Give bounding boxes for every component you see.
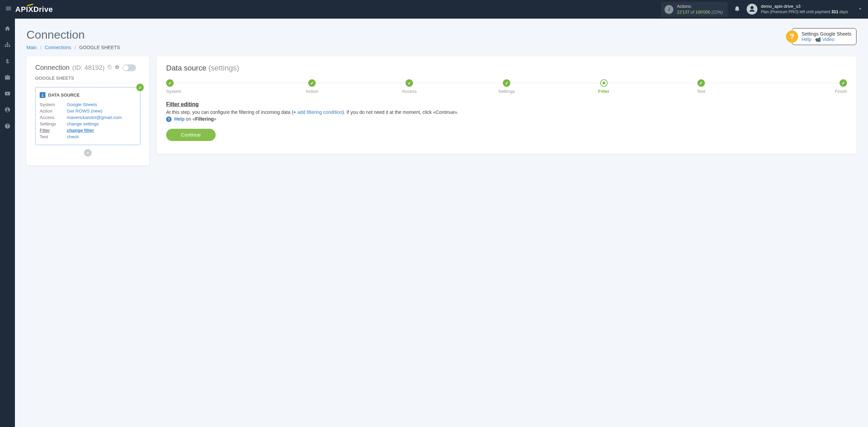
step-dot bbox=[600, 79, 608, 87]
help-question-icon: ? bbox=[786, 30, 798, 43]
step-settings[interactable]: ✓Settings bbox=[458, 79, 555, 94]
nav-account-icon[interactable] bbox=[2, 105, 13, 115]
data-source-row-label: Settings bbox=[40, 121, 67, 126]
settings-title-sub: (settings) bbox=[209, 64, 239, 72]
data-source-row-label: Action bbox=[40, 108, 67, 114]
data-source-row-value[interactable]: change settings bbox=[67, 121, 99, 126]
step-test[interactable]: ✓Test bbox=[652, 79, 750, 94]
data-source-row: Filterchange filter bbox=[40, 127, 136, 134]
nav-billing-icon[interactable] bbox=[2, 56, 13, 66]
top-bar: APIXDrive i Actions: 22'137 of 100'000 (… bbox=[0, 0, 868, 19]
section-filter-title: Filter editing bbox=[166, 101, 847, 107]
data-source-number: 1 bbox=[40, 92, 45, 98]
data-source-row: ActionGet ROWS (new) bbox=[40, 108, 136, 114]
page-title: Connection bbox=[26, 28, 120, 41]
step-dot: ✓ bbox=[308, 79, 316, 87]
logo-part-x: X bbox=[28, 5, 33, 14]
add-filter-condition-link[interactable]: + add filtering condition bbox=[293, 109, 342, 115]
data-source-box: ✓ 1 DATA SOURCE SystemGoogle SheetsActio… bbox=[35, 87, 140, 145]
actions-percent: (22%) bbox=[710, 10, 723, 15]
help-link[interactable]: Help bbox=[802, 37, 811, 42]
chevron-down-icon[interactable] bbox=[857, 6, 863, 13]
video-link[interactable]: 📹 Video bbox=[815, 37, 834, 42]
step-dot: ✓ bbox=[840, 79, 847, 87]
actions-counter[interactable]: i Actions: 22'137 of 100'000 (22%) bbox=[661, 2, 727, 17]
add-step-button[interactable]: + bbox=[84, 149, 92, 157]
data-source-row-value[interactable]: check bbox=[67, 134, 79, 139]
data-source-row: Settingschange settings bbox=[40, 121, 136, 127]
logo-part-api: API bbox=[15, 5, 28, 14]
left-nav-rail bbox=[0, 19, 15, 427]
breadcrumb: Main / Connections / GOOGLE SHEETS bbox=[26, 45, 120, 50]
copy-icon[interactable] bbox=[107, 65, 112, 70]
step-access[interactable]: ✓Access bbox=[361, 79, 458, 94]
data-source-row-value[interactable]: Google Sheets bbox=[67, 102, 97, 107]
data-source-row-value[interactable]: maverickandrii@gmail.com bbox=[67, 115, 122, 120]
breadcrumb-connections[interactable]: Connections bbox=[45, 45, 71, 50]
actions-total: 100'000 bbox=[695, 10, 710, 15]
main-content: Connection Main / Connections / GOOGLE S… bbox=[15, 19, 868, 427]
data-source-row-label: System bbox=[40, 102, 67, 107]
step-dot: ✓ bbox=[166, 79, 174, 87]
settings-title: Data source bbox=[166, 64, 206, 72]
data-source-row-label: Test bbox=[40, 134, 67, 139]
step-filter[interactable]: Filter bbox=[555, 79, 652, 94]
connection-toggle[interactable] bbox=[122, 64, 136, 71]
data-source-row-label: Filter bbox=[40, 128, 67, 133]
data-source-row: Testcheck bbox=[40, 134, 136, 140]
gear-icon[interactable] bbox=[115, 65, 120, 71]
notifications-icon[interactable] bbox=[734, 5, 741, 14]
data-source-row-value[interactable]: Get ROWS (new) bbox=[67, 108, 102, 114]
nav-briefcase-icon[interactable] bbox=[2, 72, 13, 82]
step-dot: ✓ bbox=[503, 79, 510, 87]
logo[interactable]: APIXDrive bbox=[15, 5, 53, 14]
stepper: ✓System✓Action✓Access✓SettingsFilter✓Tes… bbox=[166, 79, 847, 94]
connection-target: GOOGLE SHEETS bbox=[35, 72, 140, 83]
user-menu[interactable]: demo_apix-drive_s3 Plan |Premium PRO| le… bbox=[747, 4, 848, 15]
breadcrumb-current: GOOGLE SHEETS bbox=[79, 45, 120, 50]
nav-video-icon[interactable] bbox=[2, 88, 13, 99]
continue-button[interactable]: Continue bbox=[166, 129, 216, 141]
step-label: Filter bbox=[555, 89, 652, 94]
nav-help-icon[interactable] bbox=[2, 121, 13, 131]
step-dot: ✓ bbox=[697, 79, 705, 87]
step-system[interactable]: ✓System bbox=[166, 79, 263, 94]
data-source-row-value[interactable]: change filter bbox=[67, 128, 94, 133]
connection-sidebar-card: Connection (ID: 48192) GOOGLE SHEETS ✓ 1 bbox=[26, 56, 149, 165]
data-source-row-label: Access bbox=[40, 115, 67, 120]
user-plan: Plan |Premium PRO| left until payment 31… bbox=[761, 9, 848, 15]
help-on-filtering: ? Help on «Filtering» bbox=[166, 116, 847, 122]
nav-connections-icon[interactable] bbox=[2, 40, 13, 50]
user-avatar-icon bbox=[747, 4, 757, 15]
help-inline-icon: ? bbox=[166, 117, 172, 122]
help-filtering-link[interactable]: Help bbox=[174, 116, 184, 122]
step-action[interactable]: ✓Action bbox=[263, 79, 361, 94]
data-source-row: SystemGoogle Sheets bbox=[40, 101, 136, 108]
data-source-settings-card: Data source (settings) ✓System✓Action✓Ac… bbox=[157, 56, 856, 154]
check-icon: ✓ bbox=[136, 84, 144, 91]
connection-title: Connection bbox=[35, 64, 70, 72]
info-icon: i bbox=[665, 5, 673, 14]
actions-label: Actions: bbox=[677, 4, 723, 9]
step-label: Test bbox=[652, 89, 750, 94]
step-label: System bbox=[166, 89, 263, 94]
breadcrumb-main[interactable]: Main bbox=[26, 45, 37, 50]
step-dot: ✓ bbox=[406, 79, 413, 87]
connection-id: (ID: 48192) bbox=[72, 64, 104, 72]
video-icon: 📹 bbox=[815, 37, 822, 42]
step-label: Access bbox=[361, 89, 458, 94]
actions-used: 22'137 bbox=[677, 10, 689, 15]
step-label: Settings bbox=[458, 89, 555, 94]
user-name: demo_apix-drive_s3 bbox=[761, 4, 848, 9]
step-label: Finish bbox=[750, 89, 847, 94]
step-label: Action bbox=[263, 89, 361, 94]
help-card: ? Settings Google Sheets Help 📹 Video bbox=[792, 28, 856, 45]
help-card-title: Settings Google Sheets bbox=[802, 31, 851, 37]
nav-home-icon[interactable] bbox=[2, 23, 13, 34]
step-finish[interactable]: ✓Finish bbox=[750, 79, 847, 94]
menu-toggle-icon[interactable] bbox=[5, 5, 12, 14]
data-source-row: Accessmaverickandrii@gmail.com bbox=[40, 114, 136, 121]
data-source-title: DATA SOURCE bbox=[48, 93, 80, 98]
actions-of: of bbox=[690, 10, 695, 15]
section-description: At this step, you can configure the filt… bbox=[166, 109, 847, 115]
